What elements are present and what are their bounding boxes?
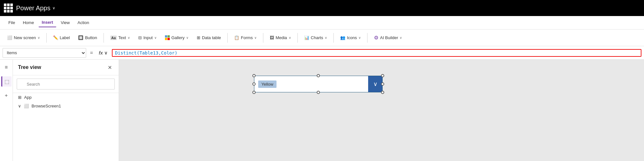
tree-item-chevron: ∨: [18, 104, 21, 108]
ai-builder-chevron: ∨: [400, 36, 402, 39]
formula-text: Distinct(Table13,Color): [115, 50, 177, 55]
media-btn-label: Media: [276, 35, 287, 40]
tree-item-app-label: App: [24, 95, 32, 100]
toolbar: ⬜ New screen ∨ ✏️ Label 🔲 Button Aa Text…: [0, 30, 644, 46]
handle-bottom-center: [317, 91, 320, 94]
forms-icon: 📋: [234, 35, 239, 40]
datatable-icon: ⊞: [197, 35, 200, 40]
dropdown-widget[interactable]: Yellow ∨: [254, 76, 383, 92]
sidebar-add-icon[interactable]: +: [1, 90, 12, 101]
dropdown-toggle-button[interactable]: ∨: [368, 76, 382, 92]
separator-5: [297, 33, 298, 43]
toolbar-ai-builder[interactable]: ⚙ AI Builder ∨: [371, 33, 405, 42]
screen-icon: ⬜: [7, 35, 12, 40]
search-input[interactable]: [17, 79, 115, 89]
toolbar-text[interactable]: Aa Text ∨: [107, 34, 133, 42]
fx-text: fx: [99, 50, 103, 55]
ai-builder-btn-label: AI Builder: [380, 35, 398, 40]
sidebar-hamburger[interactable]: ≡: [1, 62, 12, 72]
formula-bar: Items = fx ∨ Distinct(Table13,Color): [0, 46, 644, 60]
toolbar-new-screen[interactable]: ⬜ New screen ∨: [4, 34, 43, 42]
property-select[interactable]: Items: [3, 48, 86, 58]
separator-4: [263, 33, 263, 43]
canvas-area: Yellow ∨: [119, 60, 644, 161]
toolbar-input[interactable]: ⊟ Input ∨: [135, 34, 160, 42]
tree-search-wrapper: 🔍: [13, 75, 119, 93]
fx-label: fx ∨: [97, 50, 109, 55]
media-chevron: ∨: [289, 36, 291, 39]
handle-middle-left: [252, 82, 256, 86]
forms-btn-label: Forms: [241, 35, 253, 40]
dropdown-chevron-icon: ∨: [373, 80, 377, 88]
menu-view[interactable]: View: [58, 18, 73, 27]
toolbar-gallery[interactable]: Gallery ∨: [162, 34, 192, 42]
text-btn-label: Text: [118, 35, 126, 40]
text-chevron: ∨: [128, 36, 130, 39]
handle-top-right: [381, 74, 384, 77]
tree-item-browse-screen[interactable]: ∨ ⬜ BrowseScreen1: [13, 102, 119, 110]
tree-panel-close-button[interactable]: ✕: [106, 64, 113, 71]
title-bar: Power Apps ∨: [0, 0, 644, 16]
toolbar-label[interactable]: ✏️ Label: [50, 34, 73, 42]
menu-action[interactable]: Action: [74, 18, 92, 27]
text-icon: Aa: [110, 36, 117, 40]
dropdown-value-chip: Yellow: [258, 80, 277, 88]
data-table-btn-label: Data table: [202, 35, 221, 40]
new-screen-label: New screen: [14, 35, 36, 40]
button-icon: 🔲: [78, 35, 83, 40]
toolbar-media[interactable]: 🖼 Media ∨: [267, 34, 294, 42]
toolbar-button[interactable]: 🔲 Button: [75, 34, 100, 42]
icons-btn-label: Icons: [347, 35, 357, 40]
app-name-text: Power Apps: [16, 4, 50, 12]
main-area: ≡ ⬚ + Tree view ✕ 🔍 ⊞ App ∨ ⬜ BrowseScre…: [0, 60, 644, 161]
handle-bottom-left: [252, 91, 256, 94]
waffle-icon[interactable]: [4, 4, 13, 13]
separator-6: [333, 33, 334, 43]
label-btn-label: Label: [60, 35, 70, 40]
separator-2: [104, 33, 104, 43]
tree-panel: Tree view ✕ 🔍 ⊞ App ∨ ⬜ BrowseScreen1: [13, 60, 119, 161]
button-btn-label: Button: [85, 35, 97, 40]
icons-chevron: ∨: [358, 36, 361, 39]
menu-home[interactable]: Home: [20, 18, 37, 27]
separator-7: [367, 33, 367, 43]
tree-panel-header: Tree view ✕: [13, 60, 119, 75]
handle-bottom-right: [381, 91, 384, 94]
handle-middle-right: [381, 82, 384, 86]
gallery-chevron: ∨: [186, 36, 188, 39]
input-icon: ⊟: [138, 35, 142, 40]
charts-btn-label: Charts: [311, 35, 323, 40]
dropdown-value-area: Yellow: [254, 80, 368, 88]
equals-sign: =: [89, 50, 94, 56]
app-name-chevron[interactable]: ∨: [52, 6, 55, 10]
toolbar-data-table[interactable]: ⊞ Data table: [194, 34, 224, 42]
charts-chevron: ∨: [325, 36, 327, 39]
tree-item-app-icon: ⊞: [18, 95, 22, 100]
tree-item-browse-label: BrowseScreen1: [32, 104, 61, 108]
formula-input-wrapper[interactable]: Distinct(Table13,Color): [112, 49, 641, 57]
menu-file[interactable]: File: [5, 18, 18, 27]
handle-top-left: [252, 74, 256, 77]
toolbar-icons[interactable]: 👥 Icons ∨: [337, 34, 364, 42]
media-icon: 🖼: [270, 35, 274, 40]
tree-item-screen-icon: ⬜: [24, 104, 29, 108]
toolbar-forms[interactable]: 📋 Forms ∨: [231, 34, 260, 42]
menu-bar: File Home Insert View Action: [0, 16, 644, 30]
ai-builder-icon: ⚙: [374, 35, 378, 41]
forms-chevron: ∨: [254, 36, 257, 39]
gallery-btn-label: Gallery: [171, 35, 185, 40]
tree-search-container: 🔍: [17, 79, 115, 89]
new-screen-chevron: ∨: [38, 36, 40, 39]
separator-3: [227, 33, 228, 43]
app-name: Power Apps ∨: [16, 4, 55, 12]
tree-item-app[interactable]: ⊞ App: [13, 93, 119, 102]
sidebar-screens-icon[interactable]: ⬚: [1, 76, 12, 87]
handle-top-center: [317, 74, 320, 77]
icons-icon: 👥: [340, 35, 345, 40]
label-icon: ✏️: [53, 35, 58, 40]
menu-insert[interactable]: Insert: [39, 18, 56, 27]
gallery-icon: [165, 35, 170, 40]
tree-panel-title: Tree view: [18, 64, 41, 70]
toolbar-charts[interactable]: 📊 Charts ∨: [301, 34, 330, 42]
charts-icon: 📊: [304, 35, 309, 40]
